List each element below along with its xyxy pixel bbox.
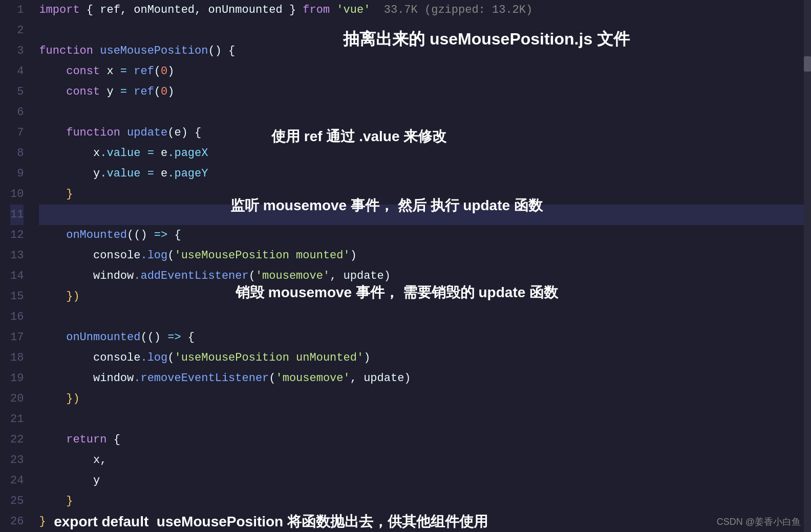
code-line: [39, 20, 811, 41]
code-line: console.log('useMousePosition unMounted'…: [39, 348, 811, 368]
code-line: const y = ref(0): [39, 82, 811, 102]
code-line: [39, 307, 811, 327]
code-line: [39, 205, 811, 225]
line-number: 7: [10, 123, 24, 143]
line-number: 11: [10, 205, 24, 225]
code-line: onMounted(() => {: [39, 225, 811, 246]
code-line: window.addEventListener('mousemove', upd…: [39, 266, 811, 286]
line-number: 17: [10, 327, 24, 348]
line-number: 13: [10, 246, 24, 266]
code-line: function update(e) {: [39, 123, 811, 143]
code-line: x.value = e.pageX: [39, 143, 811, 164]
code-line: }: [39, 491, 811, 512]
line-number: 2: [10, 20, 24, 41]
line-number: 21: [10, 409, 24, 430]
code-line: y.value = e.pageY: [39, 164, 811, 184]
code-line: y: [39, 471, 811, 491]
code-line: window.removeEventListener('mousemove', …: [39, 368, 811, 389]
line-number: 9: [10, 164, 24, 184]
line-number: 16: [10, 307, 24, 327]
line-numbers: 1234567891011121314151617181920212223242…: [0, 0, 34, 532]
code-line: }: [39, 184, 811, 205]
line-number: 1: [10, 0, 24, 20]
line-number: 19: [10, 368, 24, 389]
code-line: [39, 102, 811, 123]
line-number: 5: [10, 82, 24, 102]
code-content[interactable]: import { ref, onMounted, onUnmounted } f…: [34, 0, 811, 532]
line-number: 26: [10, 512, 24, 532]
line-number: 3: [10, 41, 24, 61]
line-number: 20: [10, 389, 24, 409]
line-number: 18: [10, 348, 24, 368]
code-line: } export default useMousePosition 将函数抛出去…: [39, 512, 811, 532]
code-line: return {: [39, 430, 811, 450]
line-number: 10: [10, 184, 24, 205]
line-number: 6: [10, 102, 24, 123]
line-number: 14: [10, 266, 24, 286]
line-number: 24: [10, 471, 24, 491]
scrollbar[interactable]: [804, 0, 811, 532]
code-line: [39, 409, 811, 430]
code-line: const x = ref(0): [39, 61, 811, 82]
code-line: console.log('useMousePosition mounted'): [39, 246, 811, 266]
code-area: 1234567891011121314151617181920212223242…: [0, 0, 811, 532]
code-line: x,: [39, 450, 811, 471]
code-line: }): [39, 389, 811, 409]
line-number: 4: [10, 61, 24, 82]
scrollbar-thumb[interactable]: [804, 56, 811, 72]
line-number: 23: [10, 450, 24, 471]
code-line: import { ref, onMounted, onUnmounted } f…: [39, 0, 811, 20]
code-editor: 1234567891011121314151617181920212223242…: [0, 0, 811, 532]
line-number: 22: [10, 430, 24, 450]
line-number: 12: [10, 225, 24, 246]
line-number: 25: [10, 491, 24, 512]
code-line: function useMousePosition() {: [39, 41, 811, 61]
line-number: 8: [10, 143, 24, 164]
code-line: }): [39, 286, 811, 307]
code-line: onUnmounted(() => {: [39, 327, 811, 348]
line-number: 15: [10, 286, 24, 307]
